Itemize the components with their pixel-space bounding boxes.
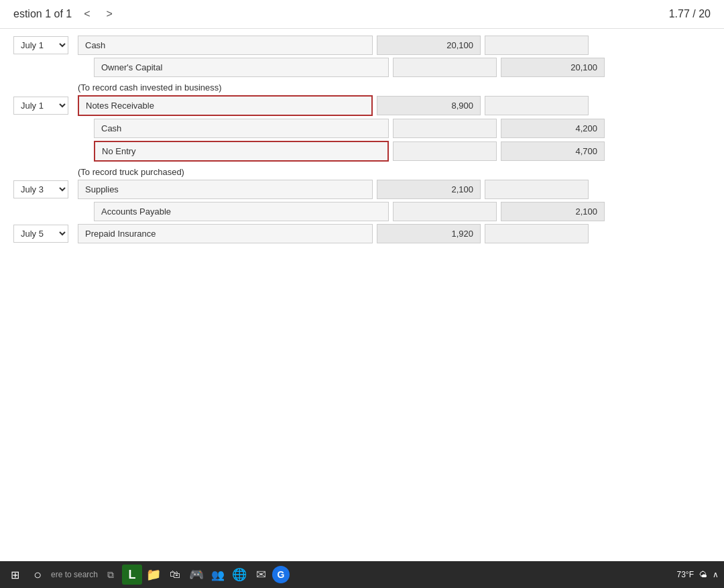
taskbar-right: 73°F 🌤 ∧ xyxy=(677,570,719,579)
date-cell: July 1 xyxy=(13,97,74,115)
app-game-icon[interactable]: 🎮 xyxy=(186,565,206,585)
credit-input-8[interactable] xyxy=(485,224,589,243)
question-label: estion 1 of 1 xyxy=(13,8,72,20)
credit-input-1[interactable] xyxy=(485,36,589,55)
search-label[interactable]: ere to search xyxy=(51,570,98,579)
credit-cell xyxy=(501,202,605,221)
journal-container: July 1 ( xyxy=(0,29,724,561)
account-input-supplies[interactable] xyxy=(78,180,373,199)
app-mail-icon[interactable]: ✉ xyxy=(251,565,271,585)
windows-icon[interactable]: ⊞ xyxy=(5,565,24,584)
journal-row: July 5 xyxy=(13,224,711,243)
nav-prev-button[interactable]: < xyxy=(80,7,94,21)
note-text-2: (To record truck purchased) xyxy=(13,164,711,180)
date-select-1[interactable]: July 1 xyxy=(13,36,68,54)
credit-cell xyxy=(485,224,589,243)
account-cell xyxy=(78,180,373,199)
journal-row xyxy=(13,141,711,162)
debit-cell xyxy=(377,180,481,199)
credit-cell xyxy=(501,58,605,77)
app-teams-icon[interactable]: 👥 xyxy=(208,565,228,585)
credit-cell xyxy=(501,119,605,138)
credit-input-7[interactable] xyxy=(501,202,605,221)
account-input-cash-1[interactable] xyxy=(78,36,373,55)
account-cell xyxy=(94,58,389,77)
debit-cell xyxy=(393,58,497,77)
credit-cell xyxy=(485,180,589,199)
app-l-icon[interactable]: L xyxy=(122,565,142,585)
expand-icon[interactable]: ∧ xyxy=(713,570,719,579)
account-cell xyxy=(78,224,373,243)
credit-cell xyxy=(485,96,589,115)
debit-cell xyxy=(393,202,497,221)
account-cell xyxy=(94,202,389,221)
account-cell xyxy=(94,119,389,138)
credit-input-3[interactable] xyxy=(485,96,589,115)
account-input-prepaid-insurance[interactable] xyxy=(78,224,373,243)
search-circle-icon[interactable]: ○ xyxy=(28,565,47,584)
question-nav: estion 1 of 1 < > xyxy=(13,7,117,21)
account-input-accounts-payable[interactable] xyxy=(94,202,389,221)
date-cell: July 3 xyxy=(13,180,74,198)
date-select-4[interactable]: July 5 xyxy=(13,225,68,243)
credit-cell xyxy=(485,36,589,55)
debit-input-7[interactable] xyxy=(393,202,497,221)
debit-input-1[interactable] xyxy=(377,36,481,55)
account-cell xyxy=(78,95,373,116)
debit-cell xyxy=(377,224,481,243)
taskview-icon[interactable]: ⧉ xyxy=(101,565,121,585)
note-text-1: (To record cash invested in business) xyxy=(13,80,711,95)
debit-input-6[interactable] xyxy=(377,180,481,199)
date-cell: July 1 xyxy=(13,36,74,54)
account-input-owners-capital[interactable] xyxy=(94,58,389,77)
credit-input-6[interactable] xyxy=(485,180,589,199)
journal-row: July 3 xyxy=(13,180,711,199)
account-input-cash-2[interactable] xyxy=(94,119,389,138)
app-folder-icon[interactable]: 📁 xyxy=(143,565,164,585)
credit-input-5[interactable] xyxy=(501,141,605,161)
debit-cell xyxy=(393,141,497,161)
date-cell: July 5 xyxy=(13,225,74,243)
journal-row: July 1 xyxy=(13,36,711,55)
date-select-2[interactable]: July 1 xyxy=(13,97,68,115)
app-store-icon[interactable]: 🛍 xyxy=(165,565,185,585)
credit-cell xyxy=(501,141,605,161)
search-area: ⊞ ○ ere to search xyxy=(5,565,98,584)
journal-row: July 1 xyxy=(13,95,711,116)
debit-input-4[interactable] xyxy=(393,119,497,138)
app-edge-icon[interactable]: 🌐 xyxy=(229,565,249,585)
debit-cell xyxy=(377,36,481,55)
taskbar-apps: ⧉ L 📁 🛍 🎮 👥 🌐 ✉ G xyxy=(101,565,290,585)
debit-input-8[interactable] xyxy=(377,224,481,243)
credit-input-4[interactable] xyxy=(501,119,605,138)
debit-input-2[interactable] xyxy=(393,58,497,77)
account-cell xyxy=(94,141,389,162)
taskbar: ⊞ ○ ere to search ⧉ L 📁 🛍 🎮 👥 🌐 ✉ G 73°F… xyxy=(0,561,724,588)
temperature-display: 73°F xyxy=(677,570,694,579)
score-display: 1.77 / 20 xyxy=(669,8,711,20)
account-cell xyxy=(78,36,373,55)
debit-input-3[interactable] xyxy=(377,96,481,115)
top-bar: estion 1 of 1 < > 1.77 / 20 xyxy=(0,0,724,29)
journal-row xyxy=(13,202,711,221)
account-input-notes-receivable[interactable] xyxy=(78,95,373,116)
debit-cell xyxy=(377,96,481,115)
debit-input-5[interactable] xyxy=(393,141,497,161)
app-g-icon[interactable]: G xyxy=(272,566,290,583)
account-input-no-entry[interactable] xyxy=(94,141,389,162)
credit-input-2[interactable] xyxy=(501,58,605,77)
journal-row xyxy=(13,58,711,77)
main-content: estion 1 of 1 < > 1.77 / 20 July 1 xyxy=(0,0,724,561)
debit-cell xyxy=(393,119,497,138)
nav-next-button[interactable]: > xyxy=(103,7,117,21)
journal-row xyxy=(13,119,711,138)
date-select-3[interactable]: July 3 xyxy=(13,180,68,198)
weather-icon: 🌤 xyxy=(699,570,707,579)
